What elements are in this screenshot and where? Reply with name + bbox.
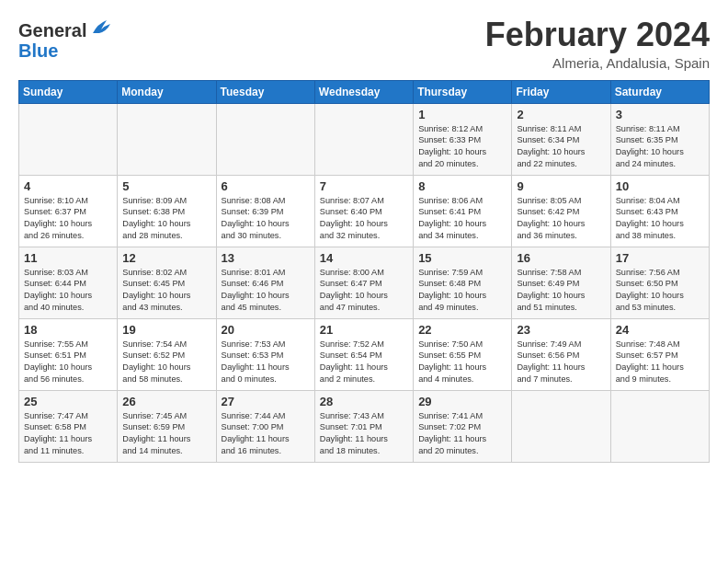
day-number: 15 bbox=[418, 251, 506, 265]
calendar-cell: 3Sunrise: 8:11 AM Sunset: 6:35 PM Daylig… bbox=[610, 103, 709, 175]
day-number: 6 bbox=[222, 179, 310, 193]
cell-info: Sunrise: 7:53 AM Sunset: 6:53 PM Dayligh… bbox=[222, 339, 310, 386]
calendar-cell bbox=[118, 103, 216, 175]
day-number: 2 bbox=[517, 108, 605, 121]
calendar-cell: 26Sunrise: 7:45 AM Sunset: 6:59 PM Dayli… bbox=[118, 390, 216, 462]
day-number: 1 bbox=[418, 108, 506, 121]
day-number: 28 bbox=[320, 395, 408, 408]
cell-info: Sunrise: 7:52 AM Sunset: 6:54 PM Dayligh… bbox=[320, 339, 408, 386]
cell-info: Sunrise: 7:55 AM Sunset: 6:51 PM Dayligh… bbox=[24, 339, 112, 386]
logo-bird-icon bbox=[88, 17, 114, 37]
calendar-cell: 15Sunrise: 7:59 AM Sunset: 6:48 PM Dayli… bbox=[414, 247, 512, 318]
logo: General Blue bbox=[18, 20, 114, 61]
cell-info: Sunrise: 7:44 AM Sunset: 7:00 PM Dayligh… bbox=[222, 410, 310, 458]
col-thursday: Thursday bbox=[414, 80, 512, 103]
day-number: 26 bbox=[122, 395, 210, 408]
cell-info: Sunrise: 7:47 AM Sunset: 6:58 PM Dayligh… bbox=[24, 410, 112, 458]
calendar-cell: 13Sunrise: 8:01 AM Sunset: 6:46 PM Dayli… bbox=[216, 247, 314, 318]
cell-info: Sunrise: 8:01 AM Sunset: 6:46 PM Dayligh… bbox=[222, 267, 310, 315]
calendar-week-1: 1Sunrise: 8:12 AM Sunset: 6:33 PM Daylig… bbox=[19, 103, 710, 175]
calendar-cell: 2Sunrise: 8:11 AM Sunset: 6:34 PM Daylig… bbox=[512, 103, 610, 175]
day-number: 23 bbox=[517, 323, 605, 337]
day-number: 10 bbox=[616, 179, 704, 193]
calendar-cell: 22Sunrise: 7:50 AM Sunset: 6:55 PM Dayli… bbox=[414, 318, 512, 390]
col-sunday: Sunday bbox=[19, 80, 118, 103]
calendar-cell: 18Sunrise: 7:55 AM Sunset: 6:51 PM Dayli… bbox=[19, 318, 118, 390]
calendar-week-4: 18Sunrise: 7:55 AM Sunset: 6:51 PM Dayli… bbox=[19, 318, 710, 390]
calendar-cell: 24Sunrise: 7:48 AM Sunset: 6:57 PM Dayli… bbox=[610, 318, 709, 390]
day-number: 17 bbox=[616, 251, 704, 265]
col-wednesday: Wednesday bbox=[314, 80, 413, 103]
day-number: 18 bbox=[24, 323, 112, 337]
cell-info: Sunrise: 7:41 AM Sunset: 7:02 PM Dayligh… bbox=[418, 410, 506, 458]
calendar-week-2: 4Sunrise: 8:10 AM Sunset: 6:37 PM Daylig… bbox=[19, 175, 710, 247]
calendar-cell: 25Sunrise: 7:47 AM Sunset: 6:58 PM Dayli… bbox=[19, 390, 118, 462]
cell-info: Sunrise: 7:56 AM Sunset: 6:50 PM Dayligh… bbox=[616, 267, 704, 315]
cell-info: Sunrise: 8:11 AM Sunset: 6:34 PM Dayligh… bbox=[517, 123, 605, 171]
day-number: 4 bbox=[24, 179, 112, 193]
calendar-cell: 28Sunrise: 7:43 AM Sunset: 7:01 PM Dayli… bbox=[314, 390, 413, 462]
cell-info: Sunrise: 8:12 AM Sunset: 6:33 PM Dayligh… bbox=[418, 123, 506, 171]
logo-blue: Blue bbox=[18, 40, 114, 61]
col-tuesday: Tuesday bbox=[216, 80, 314, 103]
day-number: 16 bbox=[517, 251, 605, 265]
calendar-cell: 10Sunrise: 8:04 AM Sunset: 6:43 PM Dayli… bbox=[610, 175, 709, 247]
calendar-cell: 9Sunrise: 8:05 AM Sunset: 6:42 PM Daylig… bbox=[512, 175, 610, 247]
cell-info: Sunrise: 8:03 AM Sunset: 6:44 PM Dayligh… bbox=[24, 267, 112, 315]
calendar-table: Sunday Monday Tuesday Wednesday Thursday… bbox=[18, 80, 710, 463]
calendar-cell: 23Sunrise: 7:49 AM Sunset: 6:56 PM Dayli… bbox=[512, 318, 610, 390]
col-friday: Friday bbox=[512, 80, 610, 103]
day-number: 29 bbox=[418, 395, 506, 408]
calendar-cell: 11Sunrise: 8:03 AM Sunset: 6:44 PM Dayli… bbox=[19, 247, 118, 318]
calendar-cell: 20Sunrise: 7:53 AM Sunset: 6:53 PM Dayli… bbox=[216, 318, 314, 390]
cell-info: Sunrise: 8:05 AM Sunset: 6:42 PM Dayligh… bbox=[517, 195, 605, 243]
day-number: 9 bbox=[517, 179, 605, 193]
day-number: 14 bbox=[320, 251, 408, 265]
cell-info: Sunrise: 8:10 AM Sunset: 6:37 PM Dayligh… bbox=[24, 195, 112, 243]
title-area: February 2024 Almeria, Andalusia, Spain bbox=[485, 17, 710, 71]
cell-info: Sunrise: 7:59 AM Sunset: 6:48 PM Dayligh… bbox=[418, 267, 506, 315]
header-row: Sunday Monday Tuesday Wednesday Thursday… bbox=[19, 80, 710, 103]
cell-info: Sunrise: 7:48 AM Sunset: 6:57 PM Dayligh… bbox=[616, 339, 704, 386]
cell-info: Sunrise: 8:06 AM Sunset: 6:41 PM Dayligh… bbox=[418, 195, 506, 243]
col-monday: Monday bbox=[118, 80, 216, 103]
calendar-cell: 29Sunrise: 7:41 AM Sunset: 7:02 PM Dayli… bbox=[414, 390, 512, 462]
calendar-cell bbox=[314, 103, 413, 175]
day-number: 24 bbox=[616, 323, 704, 337]
calendar-cell: 27Sunrise: 7:44 AM Sunset: 7:00 PM Dayli… bbox=[216, 390, 314, 462]
calendar-cell: 19Sunrise: 7:54 AM Sunset: 6:52 PM Dayli… bbox=[118, 318, 216, 390]
logo-general: General bbox=[18, 20, 86, 40]
calendar-cell bbox=[610, 390, 709, 462]
calendar-cell: 21Sunrise: 7:52 AM Sunset: 6:54 PM Dayli… bbox=[314, 318, 413, 390]
cell-info: Sunrise: 8:02 AM Sunset: 6:45 PM Dayligh… bbox=[122, 267, 210, 315]
day-number: 3 bbox=[616, 108, 704, 121]
calendar-cell: 16Sunrise: 7:58 AM Sunset: 6:49 PM Dayli… bbox=[512, 247, 610, 318]
cell-info: Sunrise: 8:08 AM Sunset: 6:39 PM Dayligh… bbox=[222, 195, 310, 243]
cell-info: Sunrise: 8:11 AM Sunset: 6:35 PM Dayligh… bbox=[616, 123, 704, 171]
cell-info: Sunrise: 8:07 AM Sunset: 6:40 PM Dayligh… bbox=[320, 195, 408, 243]
calendar-cell bbox=[512, 390, 610, 462]
cell-info: Sunrise: 8:09 AM Sunset: 6:38 PM Dayligh… bbox=[122, 195, 210, 243]
day-number: 5 bbox=[122, 179, 210, 193]
location: Almeria, Andalusia, Spain bbox=[485, 55, 710, 71]
cell-info: Sunrise: 7:43 AM Sunset: 7:01 PM Dayligh… bbox=[320, 410, 408, 458]
calendar-week-3: 11Sunrise: 8:03 AM Sunset: 6:44 PM Dayli… bbox=[19, 247, 710, 318]
calendar-cell: 12Sunrise: 8:02 AM Sunset: 6:45 PM Dayli… bbox=[118, 247, 216, 318]
day-number: 19 bbox=[122, 323, 210, 337]
calendar-cell: 1Sunrise: 8:12 AM Sunset: 6:33 PM Daylig… bbox=[414, 103, 512, 175]
calendar-cell: 8Sunrise: 8:06 AM Sunset: 6:41 PM Daylig… bbox=[414, 175, 512, 247]
calendar-week-5: 25Sunrise: 7:47 AM Sunset: 6:58 PM Dayli… bbox=[19, 390, 710, 462]
calendar-cell bbox=[216, 103, 314, 175]
calendar-cell: 5Sunrise: 8:09 AM Sunset: 6:38 PM Daylig… bbox=[118, 175, 216, 247]
day-number: 27 bbox=[222, 395, 310, 408]
cell-info: Sunrise: 7:54 AM Sunset: 6:52 PM Dayligh… bbox=[122, 339, 210, 386]
calendar-cell: 6Sunrise: 8:08 AM Sunset: 6:39 PM Daylig… bbox=[216, 175, 314, 247]
cell-info: Sunrise: 7:58 AM Sunset: 6:49 PM Dayligh… bbox=[517, 267, 605, 315]
day-number: 12 bbox=[122, 251, 210, 265]
day-number: 8 bbox=[418, 179, 506, 193]
day-number: 13 bbox=[222, 251, 310, 265]
day-number: 21 bbox=[320, 323, 408, 337]
header: General Blue February 2024 Almeria, Anda… bbox=[18, 17, 710, 71]
day-number: 25 bbox=[24, 395, 112, 408]
month-year: February 2024 bbox=[485, 17, 710, 53]
